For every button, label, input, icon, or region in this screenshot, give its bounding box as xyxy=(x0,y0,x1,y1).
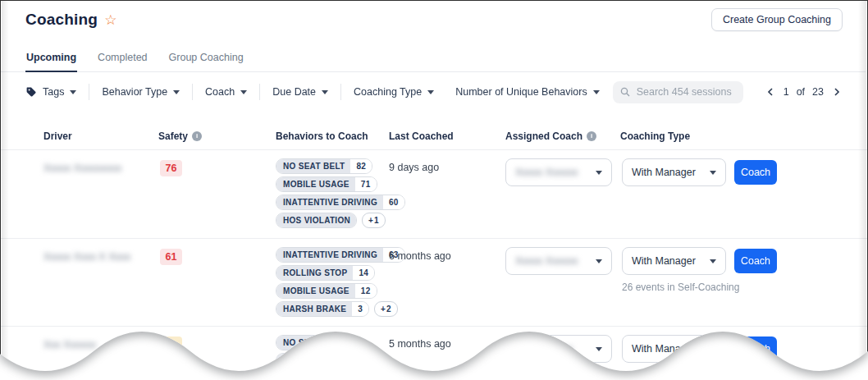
search-icon xyxy=(620,87,630,97)
filter-right-group: Number of Unique Behaviors 1 of 23 xyxy=(455,81,843,103)
behaviors-to-coach: INATTENTIVE DRIVING63ROLLING STOP14MOBIL… xyxy=(276,247,405,317)
coaching-type-select[interactable]: With Manager xyxy=(622,335,726,363)
behavior-overflow-chip[interactable]: +1 xyxy=(362,213,386,228)
page-of-label: of xyxy=(797,86,805,98)
prev-page-button[interactable] xyxy=(765,85,776,98)
filter-due-date[interactable]: Due Date xyxy=(272,86,328,98)
chevron-down-icon xyxy=(710,171,716,175)
coaching-page: Coaching ☆ Create Group Coaching Upcomin… xyxy=(0,0,868,380)
behavior-chip: HOS VIOLATION xyxy=(276,213,357,228)
behaviors-to-coach: NO SEAT BELTINATTENTIVE DRIVING xyxy=(276,335,384,369)
page-current: 1 xyxy=(783,86,789,98)
pagination: 1 of 23 xyxy=(765,85,843,98)
search-input[interactable] xyxy=(635,85,736,98)
column-header-coaching-type: Coaching Type xyxy=(620,130,690,142)
tab-group-coaching[interactable]: Group Coaching xyxy=(168,47,244,71)
last-coached-value: 9 days ago xyxy=(389,162,439,173)
behaviors-to-coach: NO SEAT BELT82MOBILE USAGE71INATTENTIVE … xyxy=(276,158,405,228)
info-icon[interactable]: i xyxy=(192,131,202,141)
coaching-type-select[interactable]: With Manager xyxy=(622,158,726,186)
column-header-safety: Safetyi xyxy=(158,130,202,142)
table-row: Xxx XxxxxxNO SEAT BELTINATTENTIVE DRIVIN… xyxy=(1,326,867,380)
filter-divider xyxy=(89,84,89,100)
column-label: Behaviors to Coach xyxy=(276,130,368,142)
create-group-coaching-button[interactable]: Create Group Coaching xyxy=(711,8,843,31)
behavior-label: HOS VIOLATION xyxy=(276,213,356,227)
behavior-label: ROLLING STOP xyxy=(276,266,353,280)
filter-bar: TagsBehavior TypeCoachDue DateCoaching T… xyxy=(25,77,843,107)
last-coached-value: 5 months ago xyxy=(389,338,451,350)
coaching-type-value: With Manager xyxy=(632,343,696,355)
column-header-assigned-coach: Assigned Coachi xyxy=(505,130,596,142)
behavior-chip: MOBILE USAGE12 xyxy=(276,283,377,299)
filter-behavior-type[interactable]: Behavior Type xyxy=(102,86,180,98)
chevron-down-icon xyxy=(710,347,716,351)
filter-left-group: TagsBehavior TypeCoachDue DateCoaching T… xyxy=(25,84,434,100)
chevron-down-icon xyxy=(322,90,328,94)
column-label: Driver xyxy=(43,130,72,142)
coach-button[interactable]: Coach xyxy=(734,249,777,273)
driver-name-redacted[interactable]: Xxx Xxxxxx xyxy=(43,339,96,350)
behavior-chip-row: INATTENTIVE DRIVING63 xyxy=(276,247,405,263)
filter-divider xyxy=(340,84,341,100)
unique-behaviors-label: Number of Unique Behaviors xyxy=(455,86,587,98)
coach-button[interactable]: Coach xyxy=(734,160,777,185)
behavior-chip: INATTENTIVE DRIVING60 xyxy=(276,195,405,210)
chevron-down-icon xyxy=(240,90,247,94)
column-label: Safety xyxy=(158,130,188,142)
assigned-coach-select[interactable]: Xxxxx Xxxxx xyxy=(505,335,612,363)
behavior-chip: MOBILE USAGE71 xyxy=(276,176,377,192)
chevron-down-icon xyxy=(593,90,600,94)
behavior-count: 71 xyxy=(355,177,377,191)
filter-label: Tags xyxy=(43,86,64,98)
filter-coaching-type[interactable]: Coaching Type xyxy=(354,86,434,98)
behavior-label: NO SEAT BELT xyxy=(276,159,350,173)
torn-screenshot-wrapper: Coaching ☆ Create Group Coaching Upcomin… xyxy=(0,0,868,380)
coaching-type-select[interactable]: With Manager xyxy=(622,247,726,275)
info-icon[interactable]: i xyxy=(587,131,596,141)
assigned-coach-redacted: Xxxxx Xxxxxx xyxy=(515,255,578,267)
filter-tags[interactable]: Tags xyxy=(25,86,76,98)
behavior-label: HARSH BRAKE xyxy=(276,302,352,316)
behavior-chip-row: HARSH BRAKE3+2 xyxy=(276,301,398,317)
chevron-down-icon xyxy=(427,90,434,94)
chevron-down-icon xyxy=(173,90,180,94)
coaching-type-value: With Manager xyxy=(632,167,696,178)
table-row: Xxxxx Xxxxxxxxx76NO SEAT BELT82MOBILE US… xyxy=(1,149,867,238)
table-header-row: DriverSafetyiBehaviors to CoachLast Coac… xyxy=(1,124,867,150)
filter-divider xyxy=(259,84,260,100)
page-title: Coaching xyxy=(25,11,98,29)
table-row: Xxxxx Xxxx X Xxxx61INATTENTIVE DRIVING63… xyxy=(1,238,867,326)
filter-label: Due Date xyxy=(272,86,316,98)
behavior-overflow-chip[interactable]: +2 xyxy=(374,301,398,317)
assigned-coach-select[interactable]: Xxxxx Xxxxxx xyxy=(505,247,612,275)
driver-name-redacted[interactable]: Xxxxx Xxxxxxxxx xyxy=(43,163,121,174)
driver-name-redacted[interactable]: Xxxxx Xxxx X Xxxx xyxy=(43,251,130,263)
behavior-count: 3 xyxy=(352,302,368,316)
next-page-button[interactable] xyxy=(831,85,843,98)
assigned-coach-select[interactable]: Xxxxx Xxxxxx xyxy=(505,158,612,186)
safety-score-badge: 76 xyxy=(160,160,182,176)
filter-label: Behavior Type xyxy=(102,86,167,98)
filter-coach[interactable]: Coach xyxy=(205,86,247,98)
filter-label: Coach xyxy=(205,86,235,98)
behavior-label: MOBILE USAGE xyxy=(276,177,355,191)
behavior-chip-row: NO SEAT BELT82 xyxy=(276,158,372,174)
favorite-star-icon[interactable]: ☆ xyxy=(104,13,116,27)
behavior-chip: INATTENTIVE DRIVING xyxy=(276,353,384,369)
behavior-count: 82 xyxy=(350,159,372,173)
filter-divider xyxy=(192,84,193,100)
tab-completed[interactable]: Completed xyxy=(97,47,148,71)
tab-upcoming[interactable]: Upcoming xyxy=(25,47,77,72)
column-label: Assigned Coach xyxy=(505,130,582,142)
assigned-coach-redacted: Xxxxx Xxxxxx xyxy=(515,167,578,178)
search-box[interactable] xyxy=(613,81,743,103)
behavior-label: NO SEAT BELT xyxy=(276,336,350,350)
page-total: 23 xyxy=(812,86,824,98)
coach-button[interactable]: Coach xyxy=(734,337,777,361)
unique-behaviors-dropdown[interactable]: Number of Unique Behaviors xyxy=(455,86,600,98)
assigned-coach-redacted: Xxxxx Xxxxx xyxy=(515,343,573,355)
self-coaching-note: 26 events in Self-Coaching xyxy=(622,282,739,293)
column-header-driver: Driver xyxy=(43,130,72,142)
behavior-chip: NO SEAT BELT82 xyxy=(276,158,372,174)
